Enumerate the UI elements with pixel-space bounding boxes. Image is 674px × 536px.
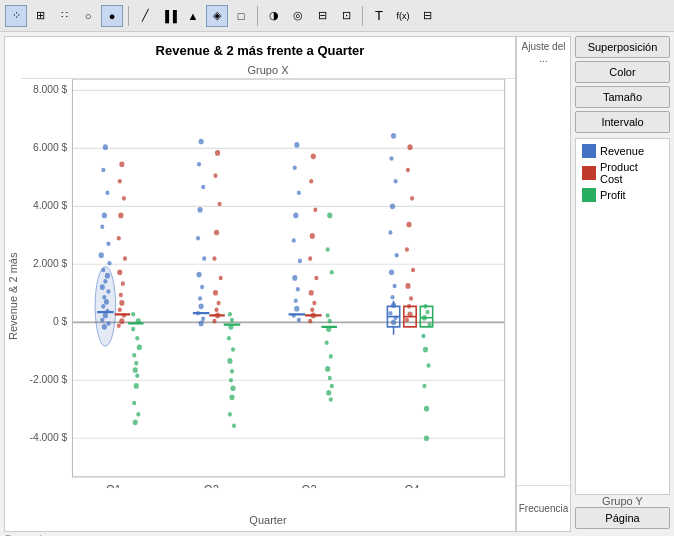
svg-point-129 xyxy=(310,308,314,313)
svg-point-184 xyxy=(425,310,429,315)
box-icon[interactable]: □ xyxy=(230,5,252,27)
svg-point-59 xyxy=(131,327,135,332)
svg-point-169 xyxy=(411,268,415,273)
legend-label-profit: Profit xyxy=(600,189,626,201)
filled-circle-icon[interactable]: ● xyxy=(101,5,123,27)
svg-point-137 xyxy=(325,340,329,345)
svg-point-135 xyxy=(330,270,334,275)
svg-point-177 xyxy=(424,406,429,412)
svg-point-62 xyxy=(132,353,136,358)
svg-point-138 xyxy=(329,354,333,359)
svg-point-157 xyxy=(388,311,392,316)
area-chart-icon[interactable]: ▲ xyxy=(182,5,204,27)
svg-point-66 xyxy=(131,312,135,317)
svg-point-24 xyxy=(99,252,104,258)
svg-point-114 xyxy=(292,275,297,281)
svg-point-170 xyxy=(405,283,410,289)
superposicion-button[interactable]: Superposición xyxy=(575,36,670,58)
legend-label-revenue: Revenue xyxy=(600,145,644,157)
dots-icon[interactable]: ∷ xyxy=(53,5,75,27)
sep3 xyxy=(362,6,363,26)
ajuste-panel: Ajuste del ... Frecuencia xyxy=(516,36,571,532)
svg-point-149 xyxy=(394,179,398,184)
svg-point-124 xyxy=(310,233,315,239)
pie-icon[interactable]: ◑ xyxy=(263,5,285,27)
svg-point-104 xyxy=(230,385,235,391)
intervalo-button[interactable]: Intervalo xyxy=(575,111,670,133)
svg-point-44 xyxy=(117,236,121,241)
chart-inner: Revenue & 2 más Grupo X 8.000 $ 6 xyxy=(5,62,515,531)
svg-point-77 xyxy=(198,296,202,301)
svg-point-110 xyxy=(297,190,301,195)
sep1 xyxy=(128,6,129,26)
svg-point-69 xyxy=(199,139,204,145)
svg-point-85 xyxy=(218,202,222,207)
toolbar: ⁘ ⊞ ∷ ○ ● ╱ ▐▐ ▲ ◈ □ ◑ ◎ ⊟ ⊡ T f(x) ⊟ xyxy=(0,0,674,32)
svg-point-86 xyxy=(214,230,219,236)
ajuste-label[interactable]: Ajuste del ... xyxy=(517,37,570,486)
svg-point-73 xyxy=(196,236,200,241)
legend-swatch-productcost xyxy=(582,166,596,180)
line-chart-icon[interactable]: ╱ xyxy=(134,5,156,27)
scatter-icon[interactable]: ⁘ xyxy=(5,5,27,27)
svg-text:Q3: Q3 xyxy=(302,482,317,497)
svg-point-106 xyxy=(230,318,234,323)
svg-point-178 xyxy=(422,384,426,389)
svg-point-49 xyxy=(119,300,124,306)
svg-text:Q4: Q4 xyxy=(405,482,420,497)
svg-point-74 xyxy=(202,256,206,261)
svg-point-109 xyxy=(293,165,297,170)
svg-point-30 xyxy=(106,289,110,294)
grid-icon[interactable]: ⊞ xyxy=(29,5,51,27)
func-icon[interactable]: f(x) xyxy=(392,5,414,27)
text-icon[interactable]: T xyxy=(368,5,390,27)
svg-point-128 xyxy=(312,301,316,306)
svg-text:-2.000 $: -2.000 $ xyxy=(30,372,68,385)
svg-text:4.000 $: 4.000 $ xyxy=(33,198,67,211)
violin-icon[interactable]: ◈ xyxy=(206,5,228,27)
svg-point-35 xyxy=(103,313,108,319)
svg-point-43 xyxy=(118,213,123,219)
svg-text:-4.000 $: -4.000 $ xyxy=(30,430,68,443)
svg-point-55 xyxy=(134,383,139,389)
svg-point-81 xyxy=(199,321,204,327)
chart-area: Revenue & 2 más frente a Quarter Revenue… xyxy=(4,36,516,532)
svg-point-144 xyxy=(326,313,330,318)
legend-swatch-profit xyxy=(582,188,596,202)
svg-point-115 xyxy=(296,287,300,292)
svg-rect-16 xyxy=(72,79,504,477)
svg-point-63 xyxy=(134,361,138,366)
svg-point-48 xyxy=(119,293,123,298)
svg-point-91 xyxy=(214,308,218,313)
ellipse-icon[interactable]: ○ xyxy=(77,5,99,27)
svg-text:8.000 $: 8.000 $ xyxy=(33,82,67,95)
svg-point-159 xyxy=(391,319,396,325)
plot-area[interactable]: 8.000 $ 6.000 $ 4.000 $ 2.000 $ 0 $ -2.0… xyxy=(21,79,515,511)
chart-body: Grupo X 8.000 $ 6.000 $ 4.000 $ xyxy=(21,62,515,531)
bar-chart-icon[interactable]: ▐▐ xyxy=(158,5,180,27)
map-icon[interactable]: ⊟ xyxy=(416,5,438,27)
svg-point-83 xyxy=(215,150,220,156)
frecuencia-label[interactable]: Frecuencia xyxy=(517,486,570,531)
pagina-button[interactable]: Página xyxy=(575,507,670,529)
donut-icon[interactable]: ◎ xyxy=(287,5,309,27)
svg-point-27 xyxy=(105,273,110,279)
svg-point-134 xyxy=(326,247,330,252)
chart-title: Revenue & 2 más frente a Quarter xyxy=(5,37,515,62)
svg-point-41 xyxy=(118,179,122,184)
svg-point-19 xyxy=(101,168,105,173)
svg-point-100 xyxy=(231,347,235,352)
svg-point-186 xyxy=(424,435,429,441)
heatmap-icon[interactable]: ⊡ xyxy=(335,5,357,27)
treemap-icon[interactable]: ⊟ xyxy=(311,5,333,27)
svg-point-127 xyxy=(309,290,314,296)
svg-text:0 $: 0 $ xyxy=(53,314,67,327)
svg-point-101 xyxy=(227,358,232,364)
svg-point-117 xyxy=(294,306,299,312)
svg-point-45 xyxy=(123,256,127,261)
svg-point-28 xyxy=(103,279,107,284)
svg-point-75 xyxy=(196,272,201,278)
color-button[interactable]: Color xyxy=(575,61,670,83)
grupo-y-label: Grupo Y xyxy=(602,495,643,507)
tamano-button[interactable]: Tamaño xyxy=(575,86,670,108)
